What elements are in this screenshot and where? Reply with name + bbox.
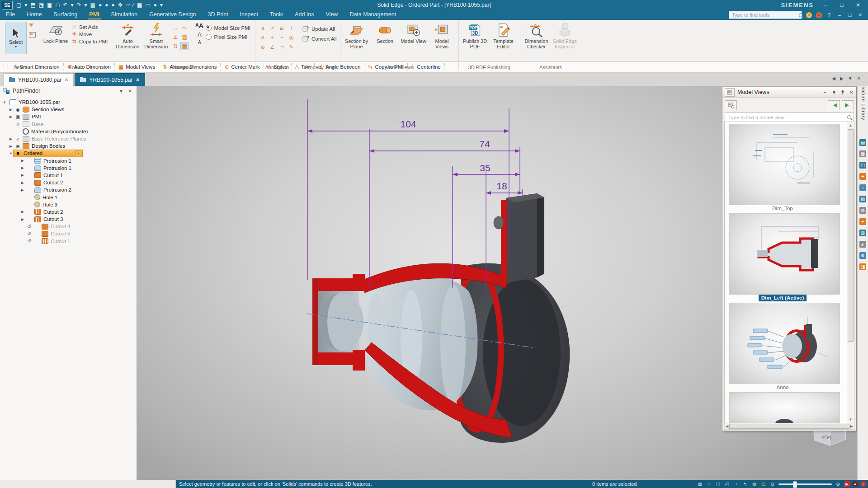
new-dropdown-icon[interactable]: ▾ <box>24 0 27 10</box>
zoom-in-icon[interactable]: ⊕ <box>835 482 841 487</box>
render-sphere-icon[interactable]: ● <box>105 0 108 10</box>
symbol-icon[interactable]: ⊕ <box>259 43 267 52</box>
callout-icon[interactable]: ↗ <box>268 24 277 33</box>
center-mark-icon[interactable]: ⌖ <box>268 33 277 42</box>
search-icon[interactable] <box>847 115 851 119</box>
expand-arrow-icon[interactable] <box>8 144 14 148</box>
menu-item[interactable]: Inspect <box>234 10 264 20</box>
scrollbar-thumb[interactable] <box>848 129 854 342</box>
pathfinder-tree-item[interactable]: ↺ Base Reference Planes <box>0 135 137 142</box>
tab-list-icon[interactable]: ▼ <box>848 76 853 81</box>
redo-icon[interactable]: ↷ <box>76 0 81 10</box>
expand-arrow-icon[interactable] <box>2 100 7 104</box>
arrange-dimensions-icon[interactable]: ⇅ <box>171 42 179 50</box>
find-tools-input[interactable] <box>731 12 797 18</box>
auto-dimension-button[interactable]: Auto Dimension <box>114 22 141 49</box>
pmi-font-increase-icon[interactable]: ᴬA <box>195 22 203 29</box>
next-view-button[interactable] <box>842 100 854 110</box>
visibility-icon[interactable] <box>14 122 21 127</box>
model-view-search-input[interactable] <box>727 114 845 121</box>
menu-item[interactable]: File <box>0 10 21 20</box>
home-icon[interactable]: ⌂ <box>859 184 866 191</box>
document-tab[interactable]: YRB100-1080.par ✕ <box>4 73 74 86</box>
visibility-icon[interactable] <box>14 114 21 119</box>
horizontal-scrollbar[interactable]: ◀ ▶ <box>724 423 854 430</box>
3d-model[interactable] <box>312 193 570 443</box>
expand-arrow-icon[interactable] <box>20 217 25 221</box>
menu-item[interactable]: Data Management <box>344 10 402 20</box>
expand-arrow-icon[interactable] <box>20 166 25 170</box>
scroll-down-icon[interactable]: ▼ <box>847 416 854 423</box>
pathfinder-tree-item[interactable]: ↺ Material (Polycarbonate) <box>0 128 137 135</box>
menu-item[interactable]: PMI <box>83 10 105 20</box>
select-button[interactable]: Select ▾ <box>5 22 27 54</box>
capture-icon[interactable]: + <box>860 481 866 487</box>
display-settings-icon[interactable]: ▦ <box>697 482 703 487</box>
set-axis-button[interactable]: ⤫Set Axis <box>71 24 108 30</box>
datum-frame-icon[interactable]: ◎ <box>287 33 296 42</box>
expand-arrow-icon[interactable] <box>20 173 25 177</box>
color-manager-icon[interactable]: ▤ <box>760 482 766 487</box>
menu-item[interactable]: Surfacing <box>48 10 84 20</box>
parts-icon[interactable]: ◫ <box>859 162 866 169</box>
pathfinder-tree-item[interactable]: ↺ Design Bodies <box>0 142 137 150</box>
visibility-icon[interactable] <box>14 136 21 141</box>
list-view-icon[interactable]: ▤ <box>90 0 95 10</box>
body-mode-icon[interactable]: ▦ <box>137 0 142 10</box>
solid-edge-logo[interactable]: SE <box>2 1 13 9</box>
expand-arrow-icon[interactable] <box>20 188 25 192</box>
pathfinder-tree-item[interactable]: ↺ Cutout 2 <box>0 179 137 186</box>
model-view-label[interactable]: Dim_Top <box>725 205 840 212</box>
add-icon[interactable]: + <box>859 218 866 225</box>
select-mode-icon[interactable]: ✥ <box>118 0 123 10</box>
scrollbar-thumb[interactable] <box>729 424 849 429</box>
pmi-dimension-value[interactable]: 104 <box>400 119 416 129</box>
tab-close-all-icon[interactable]: ✕ <box>857 76 861 81</box>
pathfinder-tree-item[interactable]: ↺ Cutout 1 <box>0 172 137 179</box>
move-button[interactable]: ✥Move <box>71 31 108 37</box>
fit-view-icon[interactable]: ◰ <box>724 482 730 487</box>
section-by-plane-button[interactable]: Section by Plane <box>344 22 370 49</box>
panel-chevron-icon[interactable]: ▼ <box>831 90 837 95</box>
expand-arrow-icon[interactable] <box>20 159 25 163</box>
pmi-font-small-icon[interactable]: A <box>198 40 201 45</box>
tools-icon[interactable]: ⚙ <box>859 252 866 259</box>
sketch-mode-icon[interactable]: ∕ <box>133 0 134 10</box>
table-icon[interactable]: ▥ <box>859 230 866 236</box>
save-icon[interactable]: ▣ <box>47 0 52 10</box>
pathfinder-tree-item[interactable]: ↺ Cutout 5 <box>0 230 137 237</box>
expand-arrow-icon[interactable] <box>20 210 25 214</box>
expand-arrow-icon[interactable] <box>8 108 14 112</box>
expand-arrow-icon[interactable] <box>8 151 14 155</box>
lock-plane-button[interactable]: Lock Plane <box>42 22 69 44</box>
visibility-icon[interactable] <box>14 144 21 149</box>
tab-close-icon[interactable]: ✕ <box>136 77 140 82</box>
undo-dropdown-icon[interactable]: ▾ <box>71 0 73 10</box>
stop-record-icon[interactable]: ● <box>852 481 858 487</box>
open-icon[interactable]: ⬒ <box>30 0 35 10</box>
previous-view-icon[interactable]: ↰ <box>742 482 748 487</box>
feedback-positive-icon[interactable]: ☺ <box>806 12 812 18</box>
triangle-icon[interactable]: ◭ <box>859 241 866 248</box>
feedback-negative-icon[interactable]: ☹ <box>816 12 822 18</box>
panel-minimize-icon[interactable]: − <box>822 90 828 95</box>
pathfinder-tree-item[interactable]: ↺ Protrusion 1 <box>0 164 137 172</box>
style-icon[interactable]: ▩ <box>751 482 757 487</box>
update-all-button[interactable]: Update All <box>302 25 337 32</box>
pathfinder-tree-item[interactable]: ↺ Cutout 2 <box>0 208 137 216</box>
menu-item[interactable]: Home <box>21 10 47 20</box>
pathfinder-close-icon[interactable]: ✕ <box>127 89 133 94</box>
menu-item[interactable]: Add Ins <box>289 10 320 20</box>
tolerance-icon[interactable]: ± <box>278 33 286 42</box>
panel-pin-icon[interactable] <box>840 90 845 94</box>
section-button[interactable]: Section <box>372 22 398 44</box>
query-filter-icon[interactable] <box>29 23 33 29</box>
pathfinder-tree-item[interactable]: ↺ Section Views <box>0 106 137 113</box>
model-view-thumbnail-dim-top[interactable] <box>729 124 840 205</box>
template-editor-button[interactable]: Template Editor <box>491 22 517 49</box>
menu-item[interactable]: Simulation <box>105 10 143 20</box>
pathfinder-tree-item[interactable]: ↺ Protrusion 1 <box>0 157 137 164</box>
model-size-pmi-radio[interactable]: Model Size PMI <box>206 25 250 31</box>
edit-annotation-icon[interactable]: ✎ <box>287 43 296 52</box>
tab-scroll-left-icon[interactable]: ◀ <box>832 76 835 81</box>
